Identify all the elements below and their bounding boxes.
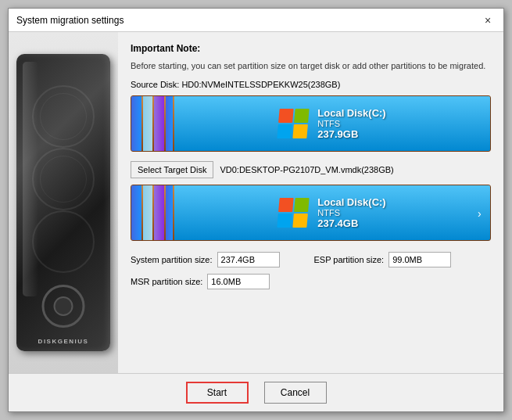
source-disk-fs: NTFS xyxy=(317,119,340,128)
stripe-light-blue xyxy=(143,96,153,151)
stripe-blue2 xyxy=(166,96,173,151)
msr-partition-input[interactable] xyxy=(207,274,270,289)
source-disk-bar-main: Local Disk(C:) NTFS 237.9GB xyxy=(174,96,490,151)
arrow-right-icon: › xyxy=(478,207,489,218)
target-stripe-blue xyxy=(131,185,141,240)
msr-partition-label: MSR partition size: xyxy=(131,277,202,286)
source-disk-name: Local Disk(C:) xyxy=(317,107,385,119)
source-disk-value: HD0:NVMeINTELSSDPEKKW25(238GB) xyxy=(181,80,340,89)
esp-partition-row: ESP partition size: xyxy=(314,252,492,267)
select-target-button[interactable]: Select Target Disk xyxy=(131,161,213,178)
source-disk-stripes xyxy=(131,96,174,151)
target-disk-value: VD0:DESKTOP-PG2107D_VM.vmdk(238GB) xyxy=(220,165,393,174)
target-stripe-light-blue xyxy=(143,185,153,240)
target-disk-bar-main: Local Disk(C:) NTFS 237.4GB xyxy=(174,185,490,240)
start-button[interactable]: Start xyxy=(186,382,249,404)
source-disk-bar: Local Disk(C:) NTFS 237.9GB xyxy=(131,95,491,152)
windows-logo xyxy=(277,109,310,138)
cancel-button[interactable]: Cancel xyxy=(264,382,327,404)
dialog-footer: Start Cancel xyxy=(9,373,503,411)
partition-info: System partition size: ESP partition siz… xyxy=(131,252,491,289)
target-disk-fs: NTFS xyxy=(317,208,340,217)
esp-partition-input[interactable] xyxy=(388,252,451,267)
target-stripe-blue2 xyxy=(166,185,173,240)
target-row: Select Target Disk VD0:DESKTOP-PG2107D_V… xyxy=(131,161,491,178)
source-disk-info: Local Disk(C:) NTFS 237.9GB xyxy=(317,107,385,140)
system-partition-input[interactable] xyxy=(217,252,280,267)
system-partition-label: System partition size: xyxy=(131,255,213,264)
important-note-label: Important Note: xyxy=(131,43,491,54)
target-disk-stripes xyxy=(131,185,174,240)
dialog-body: DISKGENIUS Important Note: Before starti… xyxy=(9,32,503,373)
stripe-purple xyxy=(154,96,164,151)
target-windows-logo xyxy=(277,198,310,228)
source-disk-size: 237.9GB xyxy=(317,128,358,140)
target-disk-size: 237.4GB xyxy=(317,217,358,229)
system-partition-row: System partition size: xyxy=(131,252,308,267)
diskgenius-brand: DISKGENIUS xyxy=(38,338,89,345)
msr-partition-row: MSR partition size: xyxy=(131,274,308,289)
title-bar: System migration settings × xyxy=(9,9,503,32)
left-panel: DISKGENIUS xyxy=(9,32,118,373)
close-button[interactable]: × xyxy=(480,13,496,28)
dialog-title: System migration settings xyxy=(16,15,124,26)
esp-partition-label: ESP partition size: xyxy=(314,255,385,264)
right-panel: Important Note: Before starting, you can… xyxy=(118,32,503,373)
stripe-blue xyxy=(131,96,141,151)
target-disk-info: Local Disk(C:) NTFS 237.4GB xyxy=(317,196,385,229)
system-migration-dialog: System migration settings × DISKGENIUS xyxy=(8,8,504,412)
target-disk-name: Local Disk(C:) xyxy=(317,196,385,208)
note-text: Before starting, you can set partition s… xyxy=(131,60,491,72)
disk-illustration: DISKGENIUS xyxy=(16,54,110,351)
source-disk-label: Source Disk: HD0:NVMeINTELSSDPEKKW25(238… xyxy=(131,80,491,89)
target-stripe-purple xyxy=(154,185,164,240)
target-disk-bar: Local Disk(C:) NTFS 237.4GB › xyxy=(131,185,491,241)
